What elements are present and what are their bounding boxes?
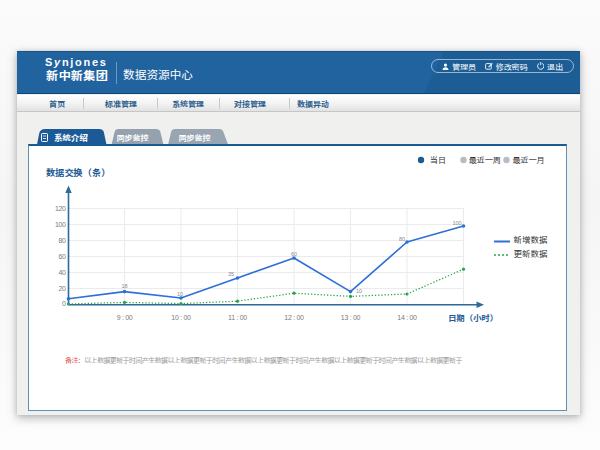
svg-text:新增数据: 新增数据 <box>514 235 548 245</box>
svg-text:9 : 00: 9 : 00 <box>117 314 133 321</box>
svg-text:80: 80 <box>399 236 405 242</box>
svg-text:100: 100 <box>55 221 66 228</box>
svg-text:12 : 00: 12 : 00 <box>284 314 304 321</box>
svg-text:更新数据: 更新数据 <box>514 249 548 259</box>
svg-text:18: 18 <box>121 283 127 289</box>
svg-text:同步监控: 同步监控 <box>179 133 211 143</box>
svg-text:13 : 00: 13 : 00 <box>341 314 361 321</box>
svg-text:11 : 00: 11 : 00 <box>228 314 247 321</box>
svg-text:数据交换（条）: 数据交换（条） <box>46 168 110 178</box>
svg-text:10 : 00: 10 : 00 <box>171 314 191 321</box>
svg-text:最近一月: 最近一月 <box>513 156 545 165</box>
svg-text:10: 10 <box>356 288 362 294</box>
svg-text:35: 35 <box>228 271 234 277</box>
svg-text:最近一周: 最近一周 <box>469 156 501 165</box>
svg-text:系统介绍: 系统介绍 <box>54 133 88 143</box>
svg-text:10: 10 <box>177 291 183 297</box>
svg-text:80: 80 <box>59 237 66 244</box>
svg-text:60: 60 <box>291 251 297 257</box>
svg-text:同步监控: 同步监控 <box>117 133 149 143</box>
svg-text:100: 100 <box>452 220 461 226</box>
svg-text:日期（小时）: 日期（小时） <box>448 314 498 323</box>
svg-text:14 : 00: 14 : 00 <box>397 314 417 321</box>
svg-text:当日: 当日 <box>430 156 446 165</box>
svg-text:120: 120 <box>55 205 66 212</box>
svg-text:20: 20 <box>59 285 66 292</box>
svg-text:60: 60 <box>59 253 66 260</box>
svg-text:40: 40 <box>59 269 66 276</box>
svg-text:0: 0 <box>62 300 66 307</box>
